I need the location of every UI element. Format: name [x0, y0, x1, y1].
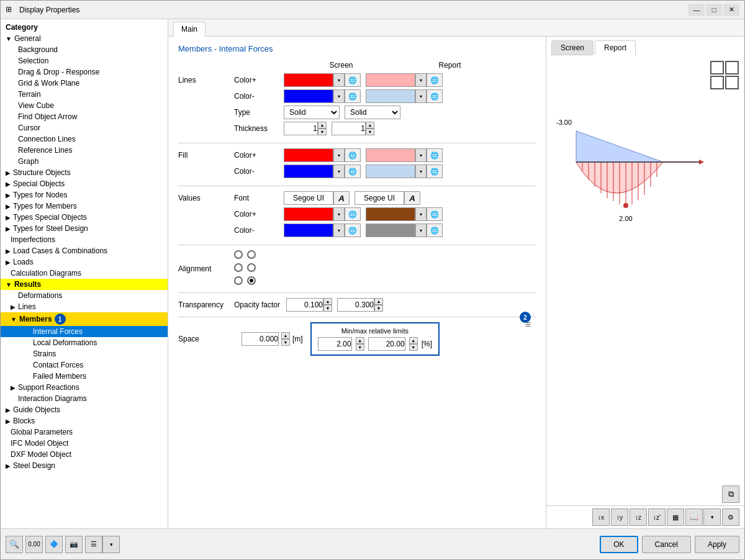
- align-radio-4[interactable]: [247, 263, 256, 272]
- axis-x-button[interactable]: ↕x: [592, 508, 610, 526]
- report-fill-color-plus-swatch[interactable]: [366, 148, 415, 162]
- book-button[interactable]: 📖: [685, 508, 703, 526]
- align-radio-2[interactable]: [247, 250, 256, 259]
- min-input[interactable]: [318, 337, 352, 351]
- max-down[interactable]: ▼: [409, 344, 418, 351]
- sidebar-item-reference-lines[interactable]: Reference Lines: [1, 145, 168, 156]
- sidebar-item-selection[interactable]: Selection: [1, 55, 168, 66]
- sidebar-item-calc-diagrams[interactable]: Calculation Diagrams: [1, 268, 168, 279]
- sidebar-item-strains[interactable]: Strains: [1, 348, 168, 359]
- report-opacity-up[interactable]: ▲: [374, 298, 383, 305]
- render-tool-button[interactable]: 🔷: [45, 536, 63, 553]
- report-lines-color-plus-swatch[interactable]: [366, 73, 415, 87]
- screen-fill-color-minus-globe[interactable]: 🌐: [345, 165, 361, 178]
- screen-fill-color-plus-globe[interactable]: 🌐: [345, 148, 361, 162]
- screen-fill-color-minus-swatch[interactable]: [284, 165, 333, 178]
- report-values-color-minus-arrow[interactable]: ▾: [415, 224, 427, 237]
- screen-lines-color-plus-globe[interactable]: 🌐: [345, 73, 361, 87]
- preview-tab-report[interactable]: Report: [595, 40, 636, 55]
- sidebar-item-loads[interactable]: ▶ Loads: [1, 256, 168, 268]
- sidebar-item-connection-lines[interactable]: Connection Lines: [1, 133, 168, 145]
- sidebar-item-types-steel[interactable]: ▶ Types for Steel Design: [1, 223, 168, 234]
- sidebar-item-general[interactable]: ▼ General: [1, 33, 168, 44]
- sidebar-item-find-object[interactable]: Find Object Arrow: [1, 111, 168, 122]
- decimal-tool-button[interactable]: 0.00: [25, 536, 43, 553]
- report-opacity-down[interactable]: ▼: [374, 305, 383, 312]
- camera-tool-button[interactable]: 📷: [65, 536, 83, 553]
- screen-values-color-plus-swatch[interactable]: [284, 207, 333, 221]
- screen-thickness-input[interactable]: [284, 122, 318, 135]
- sidebar-item-terrain[interactable]: Terrain: [1, 89, 168, 100]
- sidebar-item-lines[interactable]: ▶ Lines: [1, 301, 168, 312]
- report-values-color-minus-globe[interactable]: 🌐: [427, 224, 443, 237]
- table-button[interactable]: ▦: [667, 508, 684, 526]
- report-fill-color-minus-globe[interactable]: 🌐: [427, 165, 443, 178]
- screen-lines-color-plus-swatch[interactable]: [284, 73, 333, 87]
- ok-button[interactable]: OK: [600, 536, 638, 553]
- sidebar-item-grid[interactable]: Grid & Work Plane: [1, 78, 168, 89]
- align-radio-1[interactable]: [234, 250, 243, 259]
- screen-lines-color-minus-globe[interactable]: 🌐: [345, 89, 361, 103]
- rot-button[interactable]: ↕z': [648, 508, 666, 526]
- report-fill-color-plus-globe[interactable]: 🌐: [427, 148, 443, 162]
- sidebar-item-background[interactable]: Background: [1, 44, 168, 55]
- apply-button[interactable]: Apply: [695, 536, 739, 553]
- screen-opacity-down[interactable]: ▼: [323, 305, 332, 312]
- report-fill-color-minus-arrow[interactable]: ▾: [415, 165, 427, 178]
- tab-main[interactable]: Main: [173, 22, 205, 37]
- report-values-color-plus-swatch[interactable]: [366, 207, 415, 221]
- space-down[interactable]: ▼: [281, 339, 290, 346]
- settings-gear-button[interactable]: ⚙: [722, 508, 739, 526]
- report-values-color-plus-globe[interactable]: 🌐: [427, 207, 443, 221]
- report-lines-color-minus-globe[interactable]: 🌐: [427, 89, 443, 103]
- sidebar-item-dxf-model[interactable]: DXF Model Object: [1, 449, 168, 460]
- report-font-btn[interactable]: Segoe UI: [354, 191, 404, 205]
- report-thickness-input[interactable]: [332, 122, 366, 135]
- align-radio-3[interactable]: [234, 263, 243, 272]
- list-arrow-button[interactable]: ▾: [102, 536, 120, 553]
- report-thickness-up[interactable]: ▲: [366, 122, 374, 129]
- align-radio-6[interactable]: [247, 276, 256, 285]
- sidebar-item-support-reactions[interactable]: ▶ Support Reactions: [1, 382, 168, 393]
- report-values-color-minus-swatch[interactable]: [366, 224, 415, 237]
- sidebar-item-guide-objects[interactable]: ▶ Guide Objects: [1, 404, 168, 415]
- max-up[interactable]: ▲: [409, 337, 418, 344]
- maximize-button[interactable]: □: [706, 4, 722, 16]
- sidebar-item-drag-drop[interactable]: Drag & Drop - Response: [1, 66, 168, 78]
- list-tool-button[interactable]: ☰: [85, 536, 102, 553]
- search-tool-button[interactable]: 🔍: [6, 536, 23, 553]
- sidebar-item-types-special[interactable]: ▶ Types Special Objects: [1, 212, 168, 223]
- sidebar-item-imperfections[interactable]: Imperfections: [1, 234, 168, 245]
- report-fill-color-minus-swatch[interactable]: [366, 165, 415, 178]
- screen-opacity-up[interactable]: ▲: [323, 298, 332, 305]
- sidebar-item-deformations[interactable]: Deformations: [1, 290, 168, 301]
- sidebar-item-types-members[interactable]: ▶ Types for Members: [1, 201, 168, 212]
- sidebar-item-special-objects[interactable]: ▶ Special Objects: [1, 178, 168, 189]
- close-button[interactable]: ✕: [723, 4, 739, 16]
- screen-lines-color-plus-arrow[interactable]: ▾: [333, 73, 345, 87]
- sidebar-item-results[interactable]: ▼ Results: [1, 279, 168, 290]
- sidebar-item-local-deformations[interactable]: Local Deformations: [1, 337, 168, 348]
- screen-type-select[interactable]: Solid: [284, 106, 340, 119]
- screen-fill-color-minus-arrow[interactable]: ▾: [333, 165, 345, 178]
- report-lines-color-minus-swatch[interactable]: [366, 89, 415, 103]
- axis-z-button[interactable]: ↕z: [630, 508, 647, 526]
- sidebar-item-ifc-model[interactable]: IFC Model Object: [1, 438, 168, 449]
- minimize-button[interactable]: —: [689, 4, 705, 16]
- screen-lines-color-minus-arrow[interactable]: ▾: [333, 89, 345, 103]
- align-radio-5[interactable]: [234, 276, 243, 285]
- screen-opacity-input[interactable]: [286, 298, 323, 312]
- sidebar-item-steel-design[interactable]: ▶ Steel Design: [1, 460, 168, 471]
- min-up[interactable]: ▲: [356, 337, 364, 344]
- screen-values-color-plus-arrow[interactable]: ▾: [333, 207, 345, 221]
- preview-tab-screen[interactable]: Screen: [551, 40, 594, 55]
- axis-y-button[interactable]: ↕y: [611, 508, 628, 526]
- sidebar-item-contact-forces[interactable]: Contact Forces: [1, 359, 168, 371]
- sidebar-item-types-nodes[interactable]: ▶ Types for Nodes: [1, 189, 168, 201]
- screen-font-btn[interactable]: Segoe UI: [284, 191, 333, 205]
- screen-values-color-minus-globe[interactable]: 🌐: [345, 224, 361, 237]
- sidebar-item-failed-members[interactable]: Failed Members: [1, 371, 168, 382]
- sidebar-item-view-cube[interactable]: View Cube: [1, 100, 168, 111]
- screen-thickness-down[interactable]: ▼: [318, 129, 327, 135]
- copy-button[interactable]: ⧉: [722, 485, 739, 503]
